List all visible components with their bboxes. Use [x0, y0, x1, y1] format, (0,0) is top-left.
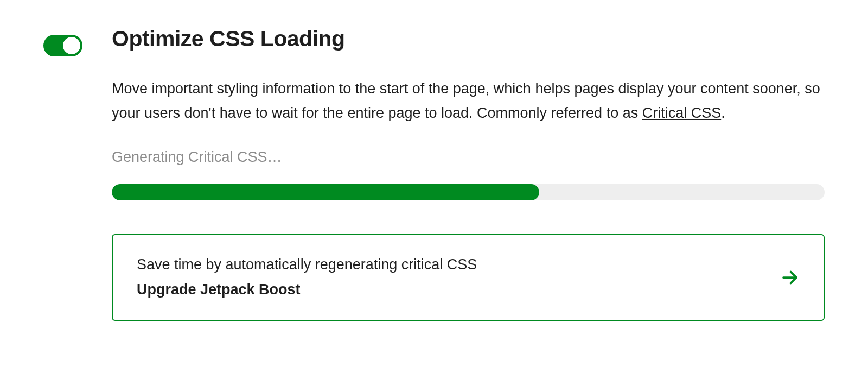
upgrade-text: Save time by automatically regenerating …	[137, 253, 477, 302]
upgrade-line2: Upgrade Jetpack Boost	[137, 277, 477, 302]
arrow-right-icon	[780, 268, 800, 287]
upgrade-line1: Save time by automatically regenerating …	[137, 253, 477, 277]
setting-description: Move important styling information to th…	[112, 77, 825, 125]
toggle-knob	[63, 37, 80, 54]
progress-bar	[112, 184, 825, 200]
setting-content: Optimize CSS Loading Move important styl…	[112, 26, 825, 321]
progress-fill	[112, 184, 539, 200]
generation-status: Generating Critical CSS…	[112, 149, 825, 166]
upgrade-card[interactable]: Save time by automatically regenerating …	[112, 234, 825, 321]
description-suffix: .	[721, 105, 725, 121]
critical-css-link[interactable]: Critical CSS	[642, 105, 722, 121]
optimize-css-toggle[interactable]	[43, 35, 82, 56]
setting-title: Optimize CSS Loading	[112, 26, 825, 52]
